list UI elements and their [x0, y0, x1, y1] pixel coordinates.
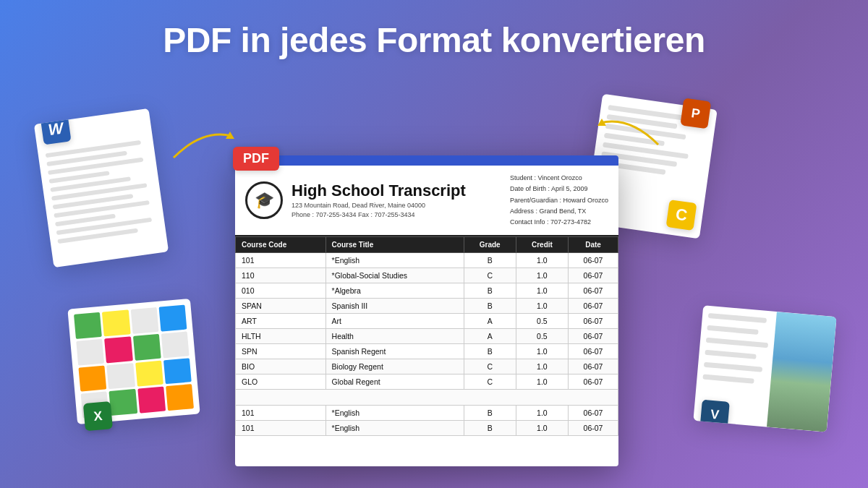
pdf-document: 🎓 High School Transcript 123 Mountain Ro…	[235, 155, 618, 466]
cell-title: Global Regent	[326, 374, 464, 390]
excel-cell	[163, 358, 192, 385]
cell-date: 06-07	[569, 253, 618, 268]
cell-code: 010	[236, 283, 326, 299]
cell-credit: 1.0	[516, 283, 568, 299]
cell-title: *Global-Social Studies	[326, 268, 464, 283]
excel-cell	[135, 360, 163, 387]
doc-header: 🎓 High School Transcript 123 Mountain Ro…	[235, 166, 618, 236]
excel-cell	[76, 338, 104, 365]
visio-line	[707, 325, 759, 335]
cell-credit: 1.0	[516, 299, 568, 314]
excel-cell	[104, 336, 132, 363]
cell-credit: 1.0	[516, 268, 568, 283]
excel-cell	[107, 363, 135, 390]
table-row: GLO Global Regent C 1.0 06-07	[236, 374, 618, 390]
word-badge-icon: W	[41, 114, 72, 145]
cell-grade: B	[464, 344, 516, 359]
cell-credit: 1.0	[516, 359, 568, 374]
cell-grade: B	[464, 253, 516, 268]
cell-grade: C	[464, 374, 516, 390]
excel-cell	[137, 387, 166, 414]
ppt-c-badge-icon: C	[666, 200, 697, 231]
doc-student: Student : Vincent Orozco	[510, 173, 608, 184]
excel-cell	[158, 305, 187, 332]
cell-title: Health	[326, 329, 464, 344]
table-row: 110 *Global-Social Studies C 1.0 06-07	[236, 268, 618, 283]
transcript-table: Course Code Course Title Grade Credit Da…	[235, 236, 618, 436]
excel-cell	[166, 384, 194, 411]
cell-title: Art	[326, 314, 464, 329]
cell-credit: 0.5	[516, 329, 568, 344]
cell-date: 06-07	[569, 374, 618, 390]
cell-title: Spanish III	[326, 299, 464, 314]
cell-code: SPAN	[236, 299, 326, 314]
col-header-code: Course Code	[236, 237, 326, 253]
word-document-card: W	[34, 108, 169, 267]
table-row: 101 *English B 1.0 06-07	[236, 421, 618, 436]
arrow-left-icon	[166, 121, 239, 165]
visio-badge-icon: V	[700, 400, 730, 429]
visio-line	[705, 350, 757, 359]
excel-cell	[109, 389, 137, 416]
excel-cell	[74, 312, 102, 339]
doc-logo: 🎓	[245, 181, 283, 219]
arrow-right-icon	[593, 108, 665, 152]
cell-grade: C	[464, 359, 516, 374]
table-row: ART Art A 0.5 06-07	[236, 314, 618, 329]
excel-cell	[102, 309, 130, 336]
cell-grade: B	[464, 406, 516, 421]
visio-line	[708, 313, 767, 323]
col-header-credit: Credit	[516, 237, 568, 253]
cell-title: Biology Regent	[326, 359, 464, 374]
pdf-badge: PDF	[233, 147, 279, 171]
excel-cell	[78, 365, 106, 392]
doc-title-block: High School Transcript 123 Mountain Road…	[292, 182, 510, 218]
cell-grade: B	[464, 299, 516, 314]
cell-credit: 1.0	[516, 253, 568, 268]
excel-cell	[130, 307, 158, 334]
visio-document-card: V	[693, 305, 836, 432]
col-header-grade: Grade	[464, 237, 516, 253]
excel-badge-icon: X	[83, 401, 113, 431]
cell-date: 06-07	[569, 421, 618, 436]
table-row: 010 *Algebra B 1.0 06-07	[236, 283, 618, 299]
cell-grade: A	[464, 314, 516, 329]
cell-code: 101	[236, 421, 326, 436]
doc-info-block: Student : Vincent Orozco Date of Birth :…	[510, 173, 608, 228]
cell-date: 06-07	[569, 299, 618, 314]
table-empty-row	[236, 390, 618, 406]
cell-credit: 0.5	[516, 314, 568, 329]
col-header-title: Course Title	[326, 237, 464, 253]
cell-title: *Algebra	[326, 283, 464, 299]
table-row: SPN Spanish Regent B 1.0 06-07	[236, 344, 618, 359]
cell-title: *English	[326, 421, 464, 436]
doc-title: High School Transcript	[292, 182, 510, 200]
cell-title: *English	[326, 406, 464, 421]
cell-code: HLTH	[236, 329, 326, 344]
doc-dob: Date of Birth : April 5, 2009	[510, 184, 608, 194]
col-header-date: Date	[569, 237, 618, 253]
table-row: BIO Biology Regent C 1.0 06-07	[236, 359, 618, 374]
visio-line	[706, 338, 769, 348]
doc-contact: Contact Info : 707-273-4782	[510, 217, 608, 228]
cell-date: 06-07	[569, 406, 618, 421]
cell-credit: 1.0	[516, 406, 568, 421]
cell-code: ART	[236, 314, 326, 329]
cell-date: 06-07	[569, 314, 618, 329]
cell-credit: 1.0	[516, 421, 568, 436]
cell-grade: B	[464, 421, 516, 436]
doc-phone: Phone : 707-255-3434 Fax : 707-255-3434	[292, 211, 510, 218]
cell-date: 06-07	[569, 359, 618, 374]
cell-title: Spanish Regent	[326, 344, 464, 359]
cell-code: GLO	[236, 374, 326, 390]
visio-line	[702, 374, 754, 384]
cell-date: 06-07	[569, 283, 618, 299]
cell-credit: 1.0	[516, 344, 568, 359]
cell-code: SPN	[236, 344, 326, 359]
cell-credit: 1.0	[516, 374, 568, 390]
doc-guardian: Parent/Guardian : Howard Orozco	[510, 195, 608, 206]
ppt-badge-icon: P	[680, 98, 711, 129]
cell-grade: C	[464, 268, 516, 283]
cell-date: 06-07	[569, 268, 618, 283]
cell-title: *English	[326, 253, 464, 268]
